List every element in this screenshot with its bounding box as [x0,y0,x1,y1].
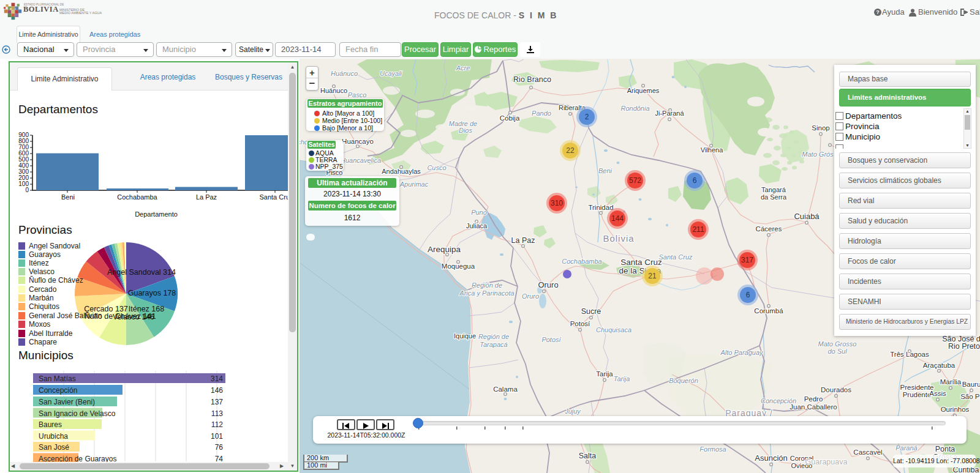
svg-text:Vilhena: Vilhena [701,146,723,154]
svg-text:Corumbá: Corumbá [754,307,783,315]
svg-text:Baures: Baures [39,420,62,429]
svg-text:76: 76 [215,443,224,452]
svg-text:Potosí: Potosí [570,320,590,327]
svg-text:Araçatuba: Araçatuba [923,362,956,369]
svg-text:Rio Preto: Rio Preto [948,342,980,351]
svg-text:Departamento: Departamento [135,210,178,218]
svg-text:Angel Sandoval 314: Angel Sandoval 314 [107,268,176,277]
svg-text:Juan Caballero: Juan Caballero [790,403,837,411]
svg-text:Bolivia: Bolivia [603,233,634,244]
svg-text:Concepción: Concepción [39,386,77,395]
svg-text:do Sul: do Sul [827,348,847,355]
svg-text:Andahuaylas: Andahuaylas [382,168,421,175]
svg-text:São Pa: São Pa [960,393,980,400]
svg-text:Sinop: Sinop [812,124,829,132]
svg-text:La Paz: La Paz [196,193,217,201]
svg-text:Chuquisaca: Chuquisaca [596,326,631,333]
svg-text:Prudente: Prudente [903,391,932,398]
svg-text:Mato Grós: Mato Grós [802,151,834,158]
svg-text:San Ignacio de Velasco: San Ignacio de Velasco [39,409,116,418]
svg-text:Asunción: Asunción [755,453,787,463]
svg-text:Pando: Pando [532,110,551,117]
svg-text:Tarija: Tarija [596,370,613,378]
svg-text:Tarija: Tarija [614,375,630,382]
svg-text:Cáceres: Cáceres [756,225,782,233]
svg-text:Dios: Dios [459,127,473,134]
svg-text:Huánuco: Huánuco [331,70,358,77]
svg-text:San José: San José [39,443,69,452]
svg-text:Ariquemes: Ariquemes [627,87,660,94]
svg-text:112: 112 [211,420,223,429]
svg-text:Huánuco: Huánuco [320,87,347,94]
svg-text:San Matías: San Matías [39,374,76,383]
svg-text:146: 146 [211,386,223,395]
svg-text:Región de: Región de [472,281,502,289]
svg-text:Ucayali: Ucayali [380,70,402,77]
svg-text:Tangará: Tangará [761,186,786,193]
svg-text:137: 137 [211,398,223,406]
svg-text:Santa Cruz: Santa Cruz [620,258,662,267]
svg-text:Santa Cruz: Santa Cruz [259,193,290,201]
svg-text:Huancavelica: Huancavelica [341,157,381,164]
svg-text:Três Lagoas: Três Lagoas [890,351,929,358]
svg-text:Oruro: Oruro [522,292,539,300]
svg-text:Cascavel: Cascavel [853,449,882,456]
svg-text:Oruro: Oruro [538,280,558,289]
svg-text:Cuiabá: Cuiabá [794,212,820,221]
svg-text:Marília: Marília [940,378,962,385]
svg-text:Jujuy: Jujuy [564,408,581,415]
svg-text:Calama: Calama [493,385,518,393]
svg-text:Mato Grosso: Mato Grosso [818,340,857,348]
svg-text:La Paz: La Paz [511,236,535,245]
svg-text:Juliaca: Juliaca [466,222,488,229]
svg-text:Beni: Beni [61,193,75,201]
svg-text:Concepción: Concepción [761,397,796,404]
svg-text:Ji-Paraná: Ji-Paraná [655,110,684,117]
svg-text:Tarapacá: Tarapacá [480,341,507,348]
svg-text:Puno: Puno [471,209,487,216]
svg-text:Formosa: Formosa [699,445,726,453]
svg-text:113: 113 [211,409,223,418]
svg-text:Cochabamba: Cochabamba [117,193,157,201]
svg-text:Sucre: Sucre [581,307,601,316]
svg-text:Ourinhos: Ourinhos [941,406,970,413]
svg-text:Alto Paraguay: Alto Paraguay [720,349,764,356]
svg-text:Cochabamba: Cochabamba [562,258,601,265]
svg-text:Guarapuava: Guarapuava [805,458,848,466]
svg-text:Trinidad: Trinidad [588,204,613,211]
svg-text:Assis: Assis [929,390,946,397]
svg-text:Región de: Región de [478,333,509,340]
svg-text:Guarayos 178: Guarayos 178 [128,289,176,297]
svg-text:Arequipa: Arequipa [428,245,461,254]
svg-text:Bauru: Bauru [962,381,980,388]
svg-text:Rondônia: Rondônia [620,105,649,112]
svg-text:Cusco: Cusco [427,164,446,171]
svg-text:Urubicha: Urubicha [39,432,68,441]
svg-text:314: 314 [211,374,223,383]
svg-text:Apurimac: Apurimac [399,181,429,188]
svg-text:0: 0 [25,187,29,193]
svg-text:Arica y Parinacota: Arica y Parinacota [459,289,514,297]
svg-text:Moquegua: Moquegua [442,263,475,270]
svg-text:101: 101 [211,432,223,441]
svg-text:Ponta: Ponta [935,445,956,453]
svg-text:Boquerón: Boquerón [669,377,698,384]
svg-text:Beni: Beni [598,167,612,174]
svg-text:da Serra: da Serra [761,193,787,201]
svg-text:Pasco: Pasco [348,91,367,99]
svg-text:Paraná: Paraná [895,444,917,452]
svg-text:Huancayo: Huancayo [342,138,374,145]
svg-text:Santa Cruz: Santa Cruz [658,253,693,261]
svg-text:Salta: Salta [579,452,597,460]
svg-text:Presidente: Presidente [900,384,934,391]
svg-text:Iquique: Iquique [454,332,476,340]
svg-text:Cobija: Cobija [500,114,520,122]
svg-text:San Javier (Beni): San Javier (Beni) [39,398,95,406]
svg-text:Potosí: Potosí [541,336,561,343]
svg-text:Rio Branco: Rio Branco [513,75,551,84]
svg-text:Acre: Acre [456,64,470,72]
svg-text:Dourados: Dourados [821,386,851,393]
svg-text:Velasco 146: Velasco 146 [113,313,154,321]
svg-text:Pedro: Pedro [804,395,823,403]
